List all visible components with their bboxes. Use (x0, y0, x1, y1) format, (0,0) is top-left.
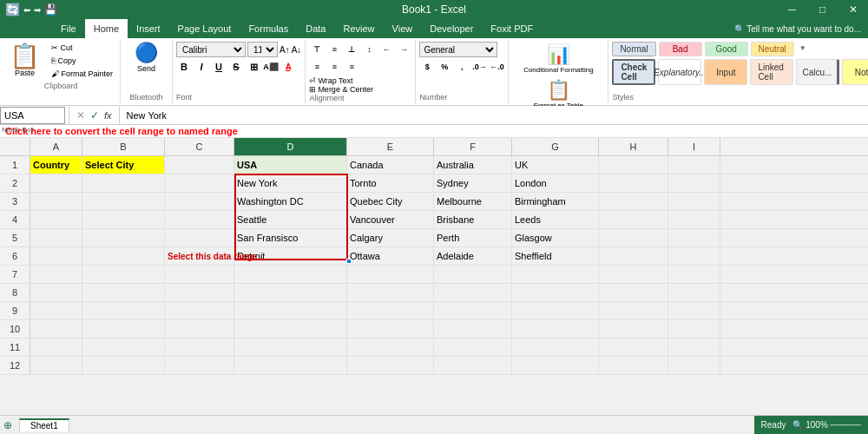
cell-I3[interactable] (668, 193, 720, 210)
tab-home[interactable]: Home (85, 19, 128, 38)
decrease-font-btn[interactable]: A↓ (292, 45, 302, 55)
tab-data[interactable]: Data (297, 19, 334, 38)
col-header-D[interactable]: D (234, 138, 347, 155)
formula-cancel-icon[interactable]: ✕ (76, 109, 85, 122)
align-left-btn[interactable]: ≡ (309, 59, 325, 75)
cell-G4[interactable]: Leeds (512, 211, 599, 228)
cell-H5[interactable] (599, 229, 668, 247)
col-header-H[interactable]: H (599, 138, 668, 155)
cell-I7[interactable] (668, 266, 720, 283)
tell-me-input[interactable]: 🔍 Tell me what you want to do... (727, 19, 868, 38)
cell-I5[interactable] (668, 229, 720, 247)
cell-C5[interactable] (165, 229, 234, 247)
conditional-formatting-btn[interactable]: 📊 Conditional Formatting (512, 42, 604, 76)
style-linked-cell[interactable]: Linked Cell (750, 59, 793, 85)
cell-A2[interactable] (30, 174, 82, 192)
indent-decrease-btn[interactable]: ← (378, 42, 394, 57)
col-header-G[interactable]: G (512, 138, 599, 155)
cell-I4[interactable] (668, 211, 720, 228)
cell-H6[interactable] (599, 247, 668, 265)
cell-D1[interactable]: USA (234, 156, 347, 174)
increase-font-btn[interactable]: A↑ (279, 45, 290, 55)
bold-button[interactable]: B (176, 59, 192, 75)
cell-E5[interactable]: Calgary (347, 229, 434, 247)
cell-D2[interactable]: New York (234, 174, 347, 192)
col-header-E[interactable]: E (347, 138, 434, 155)
underline-button[interactable]: U (211, 59, 227, 75)
tab-view[interactable]: View (384, 19, 422, 38)
name-box[interactable]: USA (0, 107, 65, 124)
zoom-controls[interactable]: 🔍 100% ───── (792, 420, 861, 430)
font-color-button[interactable]: A̲ (280, 59, 296, 75)
cell-D7[interactable] (234, 266, 347, 283)
cell-E1[interactable]: Canada (347, 156, 434, 174)
cell-H3[interactable] (599, 193, 668, 210)
border-button[interactable]: ⊞ (246, 59, 261, 75)
formula-input[interactable] (123, 107, 868, 124)
align-middle-btn[interactable]: ≡ (326, 42, 342, 57)
strikethrough-button[interactable]: S (228, 59, 244, 75)
merge-center-btn[interactable]: ⊞Merge & Center (309, 85, 411, 94)
currency-btn[interactable]: $ (419, 59, 435, 75)
tab-file[interactable]: File (52, 19, 85, 38)
cell-I2[interactable] (668, 174, 720, 192)
maximize-btn[interactable]: □ (807, 0, 838, 19)
cell-A6[interactable] (30, 247, 82, 265)
cell-F5[interactable]: Perth (434, 229, 512, 247)
cell-C7[interactable] (165, 266, 234, 283)
cell-A4[interactable] (30, 211, 82, 228)
formula-confirm-icon[interactable]: ✓ (90, 109, 99, 122)
text-direction-btn[interactable]: ↕ (361, 42, 377, 57)
tab-page-layout[interactable]: Page Layout (169, 19, 240, 38)
cell-H4[interactable] (599, 211, 668, 228)
insert-function-icon[interactable]: fx (104, 110, 112, 121)
cell-C1[interactable] (165, 156, 234, 174)
cell-G1[interactable]: UK (512, 156, 599, 174)
minimize-btn[interactable]: ─ (777, 0, 807, 19)
more-styles-btn[interactable]: ▼ (797, 42, 809, 56)
cell-G7[interactable] (512, 266, 599, 283)
cell-I1[interactable] (668, 156, 720, 174)
align-bottom-btn[interactable]: ⊥ (344, 42, 359, 57)
decrease-decimal-btn[interactable]: ←.0 (489, 59, 504, 75)
tab-formulas[interactable]: Formulas (240, 19, 297, 38)
cell-B6[interactable] (82, 247, 165, 265)
style-neutral[interactable]: Neutral (751, 42, 794, 56)
style-input[interactable]: Input (704, 59, 747, 85)
style-normal[interactable]: Normal (612, 42, 655, 56)
col-header-A[interactable]: A (30, 138, 82, 155)
align-center-btn[interactable]: ≡ (326, 59, 342, 75)
add-sheet-btn[interactable]: ⊕ (0, 419, 16, 431)
cell-A7[interactable] (30, 266, 82, 283)
cell-E2[interactable]: Tornto (347, 174, 434, 192)
cell-H2[interactable] (599, 174, 668, 192)
tab-insert[interactable]: Insert (128, 19, 169, 38)
col-header-I[interactable]: I (668, 138, 720, 155)
cell-C3[interactable] (165, 193, 234, 210)
send-button[interactable]: Send (137, 64, 155, 73)
cell-E4[interactable]: Vancouver (347, 211, 434, 228)
fill-color-button[interactable]: A⬛ (263, 59, 279, 75)
style-calculation[interactable]: Calcu... (796, 59, 839, 85)
style-note[interactable]: Note (842, 59, 868, 85)
cell-B2[interactable] (82, 174, 165, 192)
copy-button[interactable]: ⎘ Copy (48, 55, 116, 67)
comma-btn[interactable]: , (454, 59, 470, 75)
cell-E6[interactable]: Ottawa (347, 247, 434, 265)
style-good[interactable]: Good (705, 42, 748, 56)
align-top-btn[interactable]: ⊤ (309, 42, 325, 57)
align-right-btn[interactable]: ≡ (344, 59, 359, 75)
cell-D4[interactable]: Seattle (234, 211, 347, 228)
style-explanatory[interactable]: Explanatory... (658, 59, 701, 85)
bluetooth-icon[interactable]: 🔵 (135, 42, 158, 64)
cell-C6[interactable]: Select this data range (165, 247, 234, 265)
cell-B4[interactable] (82, 211, 165, 228)
cell-H1[interactable] (599, 156, 668, 174)
cell-H7[interactable] (599, 266, 668, 283)
close-btn[interactable]: ✕ (838, 0, 868, 19)
sheet-tab-1[interactable]: Sheet1 (19, 418, 69, 431)
cell-D3[interactable]: Washington DC (234, 193, 347, 210)
tab-developer[interactable]: Developer (421, 19, 482, 38)
selection-handle[interactable] (346, 259, 352, 264)
cell-B7[interactable] (82, 266, 165, 283)
